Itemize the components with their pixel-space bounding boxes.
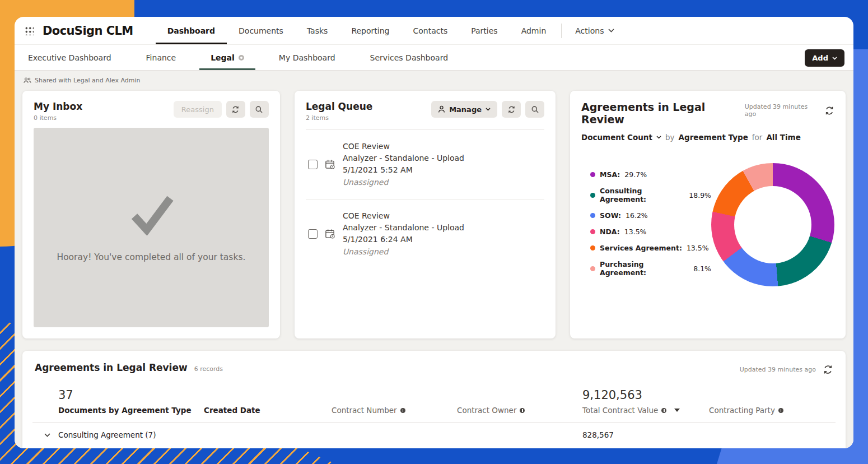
nav-reporting[interactable]: Reporting — [339, 17, 401, 44]
table-row[interactable]: Consulting Agreement (7) 828,567 — [22, 423, 846, 447]
chevron-down-icon — [608, 29, 614, 33]
donut-chart[interactable] — [711, 163, 834, 286]
refresh-icon — [507, 105, 516, 114]
brand-primary: DocuSign — [43, 24, 102, 38]
legal-review-table-card: Agreements in Legal Review 6 records Upd… — [22, 351, 846, 448]
legend-label: Purchasing Agreement: — [600, 260, 689, 277]
inbox-title: My Inbox — [34, 101, 82, 112]
chevron-down-icon[interactable] — [44, 433, 50, 437]
chevron-down-icon — [656, 136, 661, 139]
col-contract-number[interactable]: Contract Number — [332, 406, 457, 415]
refresh-icon[interactable] — [824, 105, 834, 116]
legend-label: NDA: — [600, 228, 620, 236]
top-nav: DocuSignCLM Dashboard Documents Tasks Re… — [15, 17, 853, 45]
row-group-label: Consulting Agreement (7) — [58, 430, 204, 439]
manage-button[interactable]: Manage — [431, 101, 497, 118]
queue-item-assignee: Unassigned — [343, 246, 464, 258]
shared-note-text: Shared with Legal and Alex Admin — [35, 77, 140, 84]
tab-finance[interactable]: Finance — [146, 45, 176, 70]
chart-title: Agreements in Legal Review — [581, 101, 745, 126]
queue-item-text: COE Review Analyzer - Standalone - Uploa… — [343, 210, 464, 258]
chart-updated: Updated 39 minutes ago — [745, 103, 834, 118]
sort-desc-icon[interactable] — [674, 409, 680, 412]
info-icon[interactable] — [520, 408, 525, 413]
legend-value: 13.5% — [687, 244, 709, 252]
shared-ring-icon — [239, 55, 244, 61]
chart-header: Agreements in Legal Review Updated 39 mi… — [581, 101, 834, 126]
legend-item: Purchasing Agreement:8.1% — [590, 260, 711, 277]
refresh-icon — [231, 105, 240, 114]
shared-note: Shared with Legal and Alex Admin — [22, 75, 846, 85]
tab-my-dashboard[interactable]: My Dashboard — [279, 45, 335, 70]
tab-services-dashboard[interactable]: Services Dashboard — [370, 45, 448, 70]
legend-label: MSA: — [600, 170, 620, 179]
queue-item[interactable]: COE Review Analyzer - Standalone - Uploa… — [306, 130, 544, 199]
queue-item-doc: Analyzer - Standalone - Upload — [343, 222, 464, 234]
checkmark-icon — [124, 193, 178, 235]
app-grid-icon[interactable] — [25, 26, 34, 35]
add-button[interactable]: Add — [805, 49, 844, 67]
nav-admin[interactable]: Admin — [510, 17, 558, 44]
people-icon — [24, 77, 31, 83]
queue-item[interactable]: COE Review Analyzer - Standalone - Uploa… — [306, 199, 544, 268]
col-contract-owner[interactable]: Contract Owner — [457, 406, 582, 415]
table-title: Agreements in Legal Review — [35, 362, 188, 373]
tab-executive-dashboard[interactable]: Executive Dashboard — [28, 45, 111, 70]
nav-dashboard[interactable]: Dashboard — [156, 17, 227, 44]
reassign-button[interactable]: Reassign — [174, 101, 222, 118]
nav-tasks[interactable]: Tasks — [295, 17, 340, 44]
nav-contacts[interactable]: Contacts — [401, 17, 459, 44]
nav-documents[interactable]: Documents — [227, 17, 295, 44]
legend-dot — [590, 193, 595, 198]
table-column-headers: Documents by Agreement Type Created Date… — [22, 406, 846, 415]
legend-dot — [590, 229, 595, 234]
item-checkbox[interactable] — [308, 229, 318, 239]
legend-value: 18.9% — [689, 191, 711, 199]
calendar-clock-icon — [325, 159, 335, 170]
queue-title: Legal Queue — [306, 101, 372, 112]
info-icon[interactable] — [778, 408, 783, 413]
col-documents-by-agreement-type[interactable]: Documents by Agreement Type — [58, 406, 204, 415]
queue-search-button[interactable] — [525, 101, 544, 118]
dashboard-content: Shared with Legal and Alex Admin My Inbo… — [15, 71, 853, 448]
legend-label: Services Agreement: — [600, 244, 682, 252]
documents-total: 37 — [58, 388, 204, 402]
manage-button-label: Manage — [449, 105, 482, 114]
metric-dropdown[interactable]: Document Count — [581, 133, 661, 142]
queue-item-text: COE Review Analyzer - Standalone - Uploa… — [343, 141, 464, 188]
add-button-label: Add — [812, 54, 828, 62]
inbox-header: My Inbox 0 items Reassign — [34, 101, 269, 122]
chart-controls: Document Count by Agreement Type for All… — [581, 133, 834, 142]
item-checkbox[interactable] — [308, 160, 318, 169]
table-updated: Updated 39 minutes ago — [740, 364, 833, 375]
tab-legal-label: Legal — [211, 53, 235, 62]
table-stats-row: 37 9,120,563 — [22, 388, 846, 402]
info-icon[interactable] — [661, 408, 666, 413]
legal-queue-card: Legal Queue 2 items Manage — [295, 91, 556, 338]
legend-item: MSA:29.7% — [590, 170, 711, 179]
col-contracting-party[interactable]: Contracting Party — [709, 406, 846, 415]
chevron-down-icon — [486, 108, 491, 111]
primary-nav: Dashboard Documents Tasks Reporting Cont… — [156, 17, 558, 44]
nav-parties[interactable]: Parties — [459, 17, 509, 44]
row-total-value: 828,567 — [582, 430, 709, 439]
tab-legal[interactable]: Legal — [199, 45, 255, 70]
queue-header: Legal Queue 2 items Manage — [306, 101, 544, 122]
refresh-icon[interactable] — [823, 364, 833, 375]
info-icon[interactable] — [400, 408, 405, 413]
queue-count: 2 items — [306, 114, 372, 122]
my-inbox-card: My Inbox 0 items Reassign — [22, 91, 280, 338]
app-window: DocuSignCLM Dashboard Documents Tasks Re… — [15, 17, 853, 448]
queue-item-assignee: Unassigned — [343, 177, 464, 188]
inbox-refresh-button[interactable] — [226, 101, 245, 118]
legend-value: 29.7% — [624, 170, 647, 179]
legend-value: 13.5% — [624, 228, 647, 236]
inbox-count: 0 items — [34, 114, 82, 122]
cards-row: My Inbox 0 items Reassign — [22, 91, 846, 338]
queue-refresh-button[interactable] — [502, 101, 521, 118]
col-total-contract-value[interactable]: Total Contract Value — [582, 406, 709, 415]
table-updated-text: Updated 39 minutes ago — [740, 366, 816, 373]
col-created-date[interactable]: Created Date — [204, 406, 332, 415]
actions-menu[interactable]: Actions — [565, 17, 624, 44]
inbox-search-button[interactable] — [250, 101, 269, 118]
